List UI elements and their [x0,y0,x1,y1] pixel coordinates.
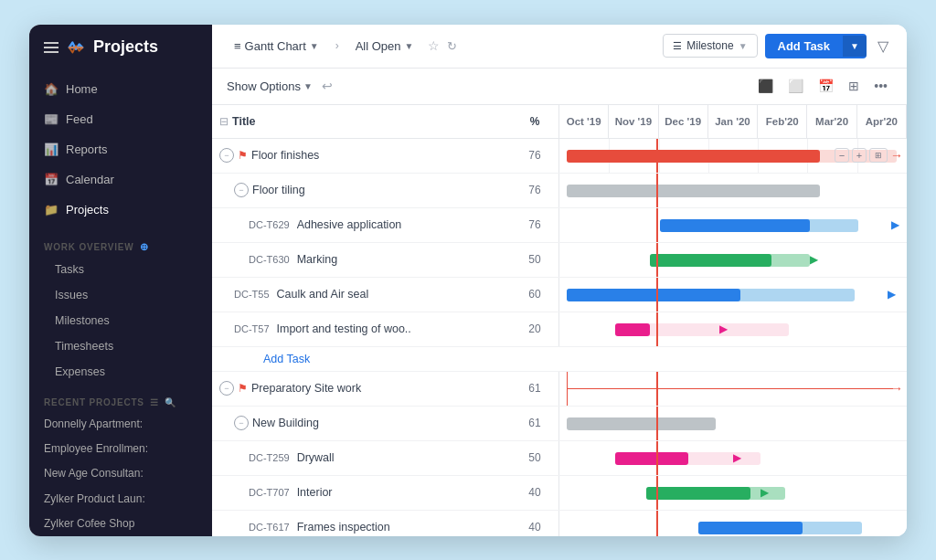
expand-prep-site[interactable]: − [219,381,234,396]
table-row: DC-T55 Caulk and Air seal 60 ▶ [212,278,907,312]
dct629-pct: 76 [518,218,551,231]
sidebar-issues[interactable]: Issues [29,282,212,308]
more-options-icon[interactable]: ••• [869,76,892,96]
dct707-arrow: ▶ [760,486,769,499]
bar-arrow-icon: ▶ [891,218,899,231]
nav-reports[interactable]: 📊 Reports [29,134,212,164]
new-building-title[interactable]: New Building [252,417,515,429]
sidebar-expenses[interactable]: Expenses [29,359,212,385]
recent-project-5[interactable]: Zylker Cofee Shop [29,511,212,535]
sidebar: Projects 🏠 Home 📰 Feed 📊 Reports 📅 Calen… [29,25,212,536]
undo-button[interactable]: ↩ [322,79,333,93]
arrow-right-icon: → [890,148,903,163]
row-dct629-left: DC-T629 Adhesive application 76 [212,208,559,242]
dct57-bar-area: ▶ [559,312,907,346]
filter-icon-small: ☰ [150,397,159,407]
gantt-toolbar-left: Show Options ▼ ↩ [227,79,333,93]
app-title: Projects [93,37,158,57]
sidebar-header: Projects [29,25,212,70]
expand-new-building[interactable]: − [234,416,249,430]
task-id-dct55: DC-T55 [234,289,270,300]
gantt-toolbar-right: ⬛ ⬜ 📅 ⊞ ••• [753,76,892,96]
dct707-pct: 40 [518,486,551,499]
recent-projects-section: RECENT PROJECTS ☰ 🔍 [29,385,212,411]
dct630-title[interactable]: Marking [297,253,515,266]
month-apr: Apr'20 [857,105,907,138]
export-icon[interactable]: ⬜ [783,76,808,96]
projects-icon: 📁 [44,203,58,217]
gantt-chart-button[interactable]: ≡ Gantt Chart ▼ [227,36,326,57]
floor-finishes-title[interactable]: Floor finishes [251,149,515,162]
prep-site-title[interactable]: Preparatory Site work [251,382,515,395]
dct259-arrow: ▶ [733,451,741,464]
collapse-icon[interactable]: ⬛ [753,76,778,96]
nav-calendar[interactable]: 📅 Calendar [29,164,212,195]
add-task-inline-row: Add Task [212,347,907,372]
dct617-pct: 40 [518,521,551,534]
dct55-pct: 60 [518,288,551,301]
plus-btn[interactable]: + [852,148,867,163]
favorite-icon[interactable]: ☆ [428,38,440,53]
prep-site-pct: 61 [518,382,551,395]
table-row: − ⚑ Floor finishes 76 [212,139,907,174]
add-task-caret-icon[interactable]: ▼ [843,36,867,57]
nav-projects[interactable]: 📁 Projects [29,195,212,225]
recent-project-2[interactable]: Employee Enrollmen: [29,436,212,460]
sidebar-milestones[interactable]: Milestones [29,308,212,333]
dct55-title[interactable]: Caulk and Air seal [277,288,515,301]
calendar-view-icon[interactable]: 📅 [814,76,838,96]
new-building-pct: 61 [518,417,551,429]
month-jan: Jan '20 [708,105,758,138]
filter-icon[interactable]: ▽ [874,34,892,58]
work-overview-section: WORK OVERVIEW ⊕ [29,228,212,257]
dct630-pct: 50 [518,253,551,266]
nav-feed[interactable]: 📰 Feed [29,104,212,134]
new-building-bar-area [559,407,907,440]
table-row: DC-T57 Import and testing of woo.. 20 ▶ [212,312,907,347]
milestone-button[interactable]: ☰ Milestone ▼ [663,34,757,58]
gantt-container: ⊟ Title % Oct '19 Nov '19 Dec '19 Jan '2… [212,105,907,536]
minus-btn[interactable]: − [835,148,849,163]
bar-arrow-dct57: ▶ [719,322,728,335]
gantt-body: − ⚑ Floor finishes 76 [212,139,907,536]
table-row: − Floor tiling 76 [212,174,907,208]
feed-icon: 📰 [44,112,58,126]
nav-home[interactable]: 🏠 Home [29,74,212,104]
filter-all-open-button[interactable]: All Open ▼ [348,36,421,57]
dct259-title[interactable]: Drywall [297,451,515,464]
dct57-title[interactable]: Import and testing of woo.. [277,322,515,335]
expand-bar-btn[interactable]: ⊞ [869,148,888,163]
add-task-button[interactable]: Add Task ▼ [765,34,867,58]
refresh-icon[interactable]: ↻ [447,39,457,53]
recent-project-3[interactable]: New Age Consultan: [29,460,212,485]
row-floor-finishes-left: − ⚑ Floor finishes 76 [212,139,559,173]
calendar-icon: 📅 [44,173,58,186]
task-id-dct57: DC-T57 [234,323,270,334]
view-caret-icon: ▼ [310,41,319,51]
task-icon-floor: ⚑ [238,149,248,162]
floor-tiling-title[interactable]: Floor tiling [252,184,515,196]
collapse-all-icon[interactable]: ⊟ [219,115,229,128]
gantt-title-header: ⊟ Title % [212,105,559,138]
sidebar-tasks[interactable]: Tasks [29,257,212,282]
add-task-inline-button[interactable]: Add Task [263,353,310,365]
home-icon: 🏠 [44,82,58,96]
floor-tiling-pct: 76 [518,184,551,196]
sidebar-timesheets[interactable]: Timesheets [29,333,212,359]
table-row: DC-T617 Frames inspection 40 [212,511,907,536]
month-feb: Feb'20 [758,105,807,138]
month-mar: Mar'20 [807,105,856,138]
dct707-title[interactable]: Interior [297,486,515,499]
topbar: ≡ Gantt Chart ▼ › All Open ▼ ☆ ↻ ☰ Miles… [212,25,907,69]
dct629-title[interactable]: Adhesive application [297,218,515,231]
recent-project-1[interactable]: Donnelly Apartment: [29,411,212,436]
gantt-icon: ≡ [234,39,241,53]
dct617-title[interactable]: Frames inspection [297,521,515,534]
expand-floor-tiling[interactable]: − [234,183,249,197]
grid-view-icon[interactable]: ⊞ [844,76,864,96]
recent-project-4[interactable]: Zylker Product Laun: [29,486,212,511]
show-options-button[interactable]: Show Options ▼ [227,79,313,93]
hamburger-menu[interactable] [44,42,58,53]
row-dct630-left: DC-T630 Marking 50 [212,243,559,277]
expand-floor-finishes[interactable]: − [219,148,234,163]
